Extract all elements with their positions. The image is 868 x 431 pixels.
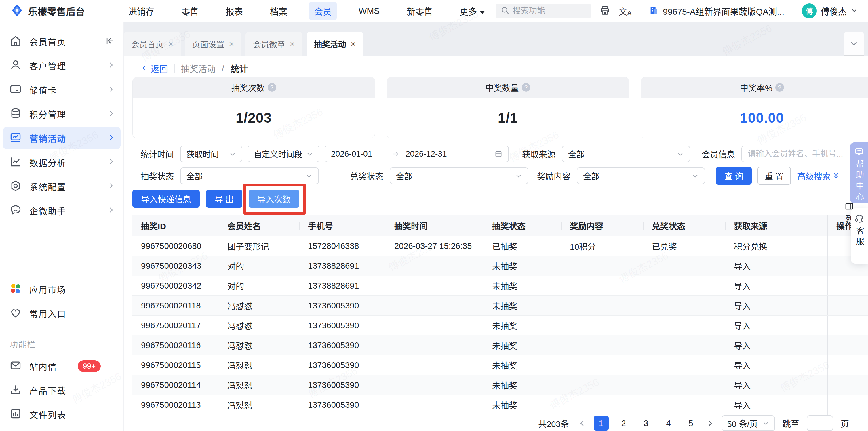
range-type-select[interactable]: 自定义时间段 <box>248 146 319 162</box>
tab-list-dropdown[interactable] <box>844 32 864 56</box>
time-type-select[interactable]: 获取时间 <box>180 146 242 162</box>
table-row[interactable]: 9967500020117冯怼怼13736005390未抽奖导入 <box>132 315 868 335</box>
prev-page-button[interactable] <box>578 419 586 427</box>
global-search[interactable] <box>496 4 591 18</box>
sidebar-item-system-config[interactable]: 系统配置 <box>3 175 121 198</box>
nav-item-wms[interactable]: WMS <box>353 3 385 19</box>
help-icon[interactable]: ? <box>522 83 530 92</box>
col-header-phone: 手机号 <box>299 215 386 236</box>
advanced-search-link[interactable]: 高级搜索 <box>797 170 840 182</box>
filter-row-1: 统计时间 获取时间 自定义时间段 2026-01-01 2026-12-31 获… <box>141 146 868 162</box>
sidebar-item-product-download[interactable]: 产品下载 <box>3 379 121 401</box>
next-page-button[interactable] <box>706 419 714 427</box>
export-button[interactable]: 导 出 <box>206 190 242 208</box>
chevron-down-icon <box>692 172 699 179</box>
date-start[interactable]: 2026-01-01 <box>331 149 372 158</box>
close-icon[interactable]: × <box>290 39 295 49</box>
card-win-count: 中奖数量? 1/1 <box>386 77 629 138</box>
date-range-picker[interactable]: 2026-01-01 2026-12-31 <box>324 146 509 162</box>
table-row[interactable]: 9967500020680团子变形记157280463382026-03-27 … <box>132 236 868 256</box>
reset-button[interactable]: 重 置 <box>757 167 791 185</box>
translate-icon[interactable]: 文A <box>619 5 631 17</box>
marketing-icon <box>9 131 22 145</box>
tab-member-badge[interactable]: 会员徽章× <box>246 32 303 56</box>
chevron-down-icon <box>849 39 859 48</box>
tab-member-home[interactable]: 会员首页× <box>124 32 181 56</box>
chevron-down-icon <box>851 7 858 15</box>
breadcrumb-current: 统计 <box>230 62 248 74</box>
import-times-button[interactable]: 导入次数 <box>249 190 299 208</box>
close-icon[interactable]: × <box>351 39 356 49</box>
tab-page-settings[interactable]: 页面设置× <box>185 32 242 56</box>
sidebar-item-app-market[interactable]: 应用市场 <box>3 278 121 300</box>
table-row[interactable]: 9967500020343对的13738828691未抽奖导入 <box>132 256 868 276</box>
collapse-sidebar-icon[interactable] <box>105 36 115 47</box>
col-header-redeem-status: 兑奖状态 <box>643 215 725 236</box>
import-express-button[interactable]: 导入快递信息 <box>132 190 200 208</box>
source-select[interactable]: 全部 <box>562 146 690 162</box>
page-size-select[interactable]: 50 条/页 <box>721 415 775 431</box>
sidebar-item-data-analysis[interactable]: 数据分析 <box>3 151 121 174</box>
nav-item-archives[interactable]: 档案 <box>265 2 292 20</box>
table-header-row: 抽奖ID 会员姓名 手机号 抽奖时间 抽奖状态 奖励内容 兑奖状态 获取来源 操… <box>132 215 868 236</box>
nav-item-inventory[interactable]: 进销存 <box>123 2 159 20</box>
chat-icon <box>9 204 22 217</box>
reward-content-select[interactable]: 全部 <box>577 167 705 184</box>
store-name: 99675-A组新界面果蔬版QA测... <box>663 5 784 17</box>
page-number-2[interactable]: 2 <box>616 416 631 431</box>
member-info-label: 会员信息 <box>702 148 735 160</box>
user-menu[interactable]: 傅 傅俊杰 <box>802 3 858 19</box>
printer-icon[interactable] <box>600 5 610 17</box>
date-end[interactable]: 2026-12-31 <box>405 149 447 158</box>
help-icon[interactable]: ? <box>775 83 784 92</box>
nav-item-new-retail[interactable]: 新零售 <box>401 2 438 20</box>
back-button[interactable]: 返回 <box>141 62 168 74</box>
sidebar-item-favorites[interactable]: 常用入口 <box>3 302 121 325</box>
draw-status-select[interactable]: 全部 <box>180 167 319 184</box>
sidebar-item-marketing[interactable]: 营销活动 <box>3 127 121 149</box>
sidebar-item-member-home[interactable]: 会员首页 <box>3 30 121 53</box>
chevron-right-icon <box>107 86 115 94</box>
sidebar-item-points-mgmt[interactable]: 积分管理 <box>3 103 121 125</box>
page-number-3[interactable]: 3 <box>639 416 654 431</box>
close-icon[interactable]: × <box>168 39 173 49</box>
page-number-5[interactable]: 5 <box>684 416 699 431</box>
sidebar-item-customer-mgmt[interactable]: 客户管理 <box>3 54 121 77</box>
nav-menu: 进销存 零售 报表 档案 会员 WMS 新零售 更多 <box>123 2 490 20</box>
store-switcher[interactable]: 99675-A组新界面果蔬版QA测... <box>649 5 784 17</box>
table-row[interactable]: 9967500020114冯怼怼13736005390未抽奖导入 <box>132 375 868 395</box>
query-button[interactable]: 查 询 <box>716 167 752 185</box>
sidebar-item-stored-value-card[interactable]: 储值卡 <box>3 79 121 101</box>
col-header-member-name: 会员姓名 <box>219 215 299 236</box>
card-title: 抽奖次数 <box>231 82 265 93</box>
table-row[interactable]: 9967500020118冯怼怼13736005390未抽奖导入 <box>132 296 868 315</box>
unread-badge: 99+ <box>78 360 101 372</box>
sidebar-item-file-list[interactable]: 文件列表 <box>3 403 121 426</box>
sidebar-item-label: 数据分析 <box>29 156 66 168</box>
nav-item-reports[interactable]: 报表 <box>220 2 248 20</box>
help-center-tab[interactable]: 帮助中心 <box>850 143 868 204</box>
page-number-4[interactable]: 4 <box>661 416 676 431</box>
nav-item-retail[interactable]: 零售 <box>176 2 204 20</box>
jump-to-input[interactable] <box>807 415 833 431</box>
nav-item-member[interactable]: 会员 <box>309 2 337 20</box>
search-input[interactable] <box>513 6 582 16</box>
help-icon[interactable]: ? <box>268 83 276 92</box>
redeem-status-select[interactable]: 全部 <box>390 167 528 184</box>
sidebar-item-inbox[interactable]: 站内信 99+ <box>3 355 121 377</box>
nav-item-more[interactable]: 更多 <box>455 2 490 20</box>
table-row[interactable]: 9967500020115冯怼怼13736005390未抽奖导入 <box>132 355 868 375</box>
customer-service-button[interactable]: 客服 <box>851 208 868 264</box>
chevron-down-icon <box>515 172 522 179</box>
sidebar-item-wecom-assistant[interactable]: 企微助手 <box>3 199 121 222</box>
page-number-1[interactable]: 1 <box>594 416 609 431</box>
member-info-input[interactable] <box>741 146 863 162</box>
tab-lottery-activity[interactable]: 抽奖活动× <box>307 32 364 56</box>
table-row[interactable]: 9967500020342对的13738828691未抽奖导入 <box>132 276 868 296</box>
close-icon[interactable]: × <box>229 39 234 49</box>
total-count: 共203条 <box>538 417 569 429</box>
table-row[interactable]: 9967500020116冯怼怼13736005390未抽奖导入 <box>132 335 868 355</box>
table-row[interactable]: 9967500020113冯怼怼13736005390未抽奖导入 <box>132 395 868 414</box>
user-icon <box>9 59 22 72</box>
sidebar-item-label: 应用市场 <box>29 283 66 296</box>
